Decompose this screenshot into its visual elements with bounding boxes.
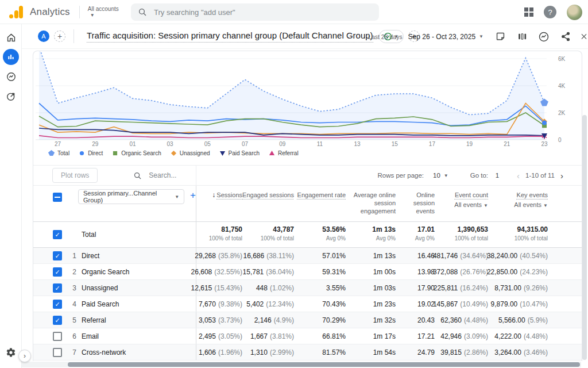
more-tools-icon[interactable] (580, 29, 588, 44)
channel-name[interactable]: Referral (82, 316, 106, 324)
row-rank: 2 (69, 268, 76, 276)
comparison-avatar[interactable]: A (38, 30, 49, 42)
row-checkbox[interactable] (53, 251, 62, 260)
rows-per-page-value[interactable]: 10 (433, 172, 440, 179)
legend-item-unassigned[interactable]: Unassigned (171, 150, 210, 156)
svg-text:03: 03 (167, 141, 174, 147)
svg-text:0: 0 (558, 137, 562, 143)
key-events-filter[interactable]: All events ▼ (488, 201, 548, 210)
channel-name[interactable]: Direct (82, 252, 99, 260)
global-search-input[interactable] (154, 8, 372, 17)
apps-grid-icon[interactable] (524, 7, 533, 17)
channel-name[interactable]: Paid Search (82, 300, 119, 308)
user-avatar[interactable] (567, 5, 582, 20)
analytics-logo-icon (9, 6, 24, 18)
global-search[interactable] (131, 3, 379, 21)
legend-item-direct[interactable]: Direct (79, 150, 103, 156)
legend-marker-icon (219, 150, 226, 156)
table-search[interactable] (133, 171, 377, 180)
row-checkbox[interactable] (53, 300, 62, 309)
table-body: 1 Direct 29,268(35.8%)16,686(38.11%)57.0… (33, 248, 582, 361)
svg-text:17: 17 (429, 141, 436, 147)
svg-text:23: 23 (541, 141, 548, 147)
comparisons-icon[interactable] (514, 29, 529, 44)
share-icon[interactable] (558, 29, 573, 44)
row-checkbox[interactable] (53, 332, 62, 341)
horizontal-scrollbar-thumb[interactable] (68, 362, 580, 367)
legend-item-paid-search[interactable]: Paid Search (219, 150, 260, 156)
date-preset-label: Last 28 days (368, 33, 403, 40)
event-count-filter[interactable]: All events ▼ (435, 201, 488, 210)
report-title[interactable]: Traffic acquisition: Session primary cha… (87, 30, 373, 43)
svg-text:15: 15 (392, 141, 399, 147)
prev-page-icon[interactable]: ‹ (514, 171, 522, 181)
row-checkbox[interactable] (53, 267, 62, 277)
plot-rows-button[interactable]: Plot rows (52, 168, 98, 183)
row-checkbox[interactable] (53, 348, 62, 357)
add-comparison-button[interactable]: + (54, 30, 65, 42)
horizontal-scrollbar[interactable] (22, 362, 581, 367)
topbar: Analytics All accounts ▼ ? (0, 0, 588, 24)
column-header-engaged-sessions[interactable]: Engaged sessions (242, 186, 294, 221)
sort-desc-icon: ↓ (212, 191, 215, 199)
svg-text:Sep: Sep (53, 147, 63, 148)
row-checkbox[interactable] (53, 283, 62, 293)
legend-item-total[interactable]: Total (48, 150, 69, 156)
svg-text:4K: 4K (558, 83, 566, 89)
account-switcher[interactable]: All accounts ▼ (88, 6, 119, 18)
channel-name[interactable]: Email (82, 332, 99, 340)
select-all-checkbox[interactable] (53, 193, 62, 202)
next-page-icon[interactable]: › (558, 171, 566, 181)
search-icon (138, 7, 147, 17)
row-rank: 6 (69, 332, 76, 340)
column-header-online-session-events[interactable]: Online session events (396, 186, 435, 221)
legend-item-organic-search[interactable]: Organic Search (112, 150, 161, 156)
divider (196, 166, 196, 185)
legend-item-referral[interactable]: Referral (269, 150, 299, 156)
column-header-avg-engagement[interactable]: Average online session engagement (346, 186, 396, 221)
svg-text:19: 19 (466, 141, 473, 147)
vertical-scrollbar[interactable] (582, 115, 587, 360)
column-header-engagement-rate[interactable]: Engagement rate (294, 186, 346, 221)
dimension-selector[interactable]: Session primary...Channel Group) ▼ (78, 189, 184, 204)
svg-text:05: 05 (204, 141, 211, 147)
table-search-input[interactable] (149, 171, 264, 179)
nav-home[interactable] (0, 28, 22, 47)
svg-text:6K: 6K (558, 56, 566, 62)
channel-name[interactable]: Unassigned (82, 284, 118, 292)
left-nav (0, 24, 22, 368)
nav-advertising[interactable] (0, 86, 22, 106)
insights-icon[interactable] (536, 29, 551, 44)
goto-page-input[interactable] (492, 172, 503, 179)
notes-icon[interactable] (493, 29, 508, 44)
line-chart-canvas: 02K4K6K27Sep2901Oct030507091113151719212… (34, 51, 581, 148)
total-row-checkbox[interactable] (53, 230, 62, 239)
legend-marker-icon (171, 150, 177, 156)
table-controls: Plot rows Rows per page: 10 ▼ Go to: ‹ 1… (33, 165, 582, 186)
channel-name[interactable]: Cross-network (82, 348, 126, 356)
row-rank: 4 (69, 300, 76, 308)
channel-name[interactable]: Organic Search (82, 268, 129, 276)
svg-text:01: 01 (129, 141, 136, 147)
nav-expand-button[interactable]: › (18, 350, 31, 362)
table-total-row: Total 81,750100% of total 43,787100% of … (33, 222, 582, 248)
chevron-down-icon: ▼ (483, 203, 488, 208)
divider (74, 29, 74, 43)
nav-explore[interactable] (0, 67, 22, 86)
legend-marker-icon (269, 150, 275, 156)
nav-reports-active-circle (3, 49, 19, 65)
svg-text:07: 07 (242, 141, 249, 147)
add-dimension-button[interactable]: + (190, 190, 196, 201)
svg-text:Oct: Oct (128, 147, 137, 148)
help-icon[interactable]: ? (544, 6, 556, 18)
table-row-direct: 1 Direct 29,268(35.8%)16,686(38.11%)57.0… (33, 248, 582, 264)
legend-marker-icon (48, 150, 55, 156)
chevron-down-icon[interactable]: ▼ (444, 173, 448, 178)
sessions-trend-chart[interactable]: 02K4K6K27Sep2901Oct030507091113151719212… (33, 51, 582, 165)
column-header-sessions[interactable]: ↓Sessions (196, 186, 242, 221)
row-checkbox[interactable] (53, 316, 62, 325)
column-header-key-events[interactable]: Key eventsAll events ▼ (488, 186, 548, 221)
nav-reports[interactable] (0, 47, 22, 67)
column-header-event-count[interactable]: Event countAll events ▼ (435, 186, 488, 221)
date-range-picker[interactable]: Sep 26 - Oct 23, 2025 ▼ (408, 33, 483, 41)
